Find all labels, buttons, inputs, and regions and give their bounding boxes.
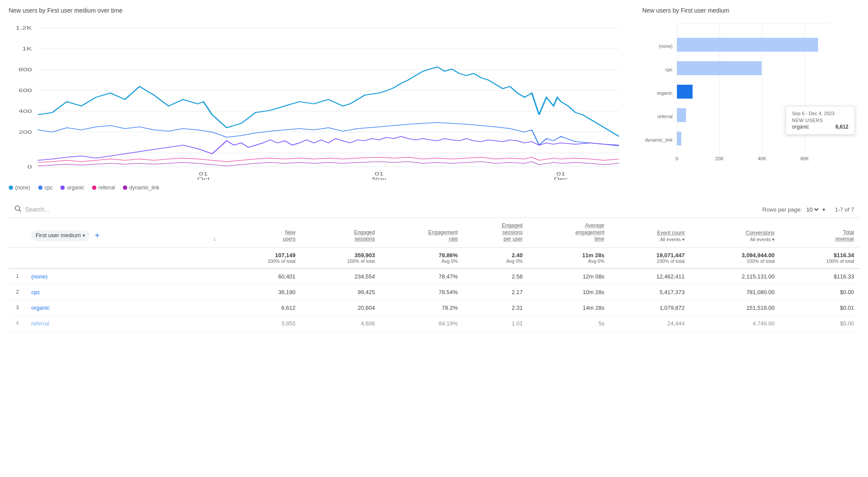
add-dimension-button[interactable]: + [93,231,102,241]
th-conversions-filter[interactable]: All events ▾ [750,236,775,242]
totals-engagement-rate-cell: 78.86% Avg 0% [380,247,463,268]
svg-text:organic: organic [657,90,673,96]
totals-engagement-rate-value: 78.86% [385,252,458,258]
dimension-filter-chip[interactable]: First user medium ▾ [31,230,89,241]
totals-engaged-sessions-per-user-value: 2.40 [468,252,522,258]
bar-referral [677,108,686,122]
table-row: 1 (none) 60,401 234,554 78.47% 2.58 12m … [9,268,859,285]
svg-text:Nov: Nov [372,176,386,180]
page-info: 1-7 of 7 [835,206,854,213]
totals-total-revenue-value: $116.34 [785,252,854,258]
totals-conversions-value: 3,094,944.00 [695,252,775,258]
totals-new-users-cell: 107,149 100% of total [221,247,301,268]
th-engagement-rate-label: Engagementrate [428,229,458,243]
table-row: 3 organic 6,612 20,604 78.2% 2.31 14m 28… [9,300,859,315]
th-new-users[interactable]: Newusers [221,218,301,247]
row-engagement-rate: 78.2% [380,300,463,315]
th-rank [9,218,26,247]
row-new-users: 60,401 [221,268,301,285]
row-conversions: 2,115,131.00 [690,268,780,285]
bar-chart-svg: 0 20K 40K 60K (none) cpc organic referra… [642,19,842,167]
row-engagement-rate: 78.54% [380,284,463,300]
row-empty [193,300,221,315]
bar-cpc [677,61,762,75]
line-chart-container: 1.2K 1K 800 600 400 200 0 01 Oct 01 Nov … [9,19,634,191]
totals-rank-cell [9,247,26,268]
main-container: New users by First user medium over time… [0,0,868,338]
tooltip-key: organic [792,124,809,130]
th-engaged-sessions-per-user[interactable]: Engagedsessionsper user [463,218,528,247]
totals-engaged-sessions-value: 359,903 [306,252,375,258]
totals-conversions-cell: 3,094,944.00 100% of total [690,247,780,268]
svg-text:Oct: Oct [197,176,210,180]
svg-text:1.2K: 1.2K [16,25,32,30]
table-row: 2 cpc 36,190 99,425 78.54% 2.17 10m 28s … [9,284,859,300]
totals-new-users-sub: 100% of total [227,258,296,264]
totals-total-revenue-sub: 100% of total [785,258,854,264]
th-engaged-sessions-per-user-label: Engagedsessionsper user [502,222,523,243]
legend-organic: organic [60,185,84,191]
search-input[interactable] [25,206,762,213]
table-header-row: First user medium ▾ + ↓ Newusers [9,218,859,247]
totals-engagement-rate-sub: Avg 0% [385,258,458,264]
row-new-users: 3,855 [221,315,301,331]
svg-text:1K: 1K [22,46,32,51]
totals-event-count-sub: 100% of total [615,258,685,264]
th-event-count-filter[interactable]: All events ▾ [660,236,685,242]
svg-text:dynamic_link: dynamic_link [645,137,673,142]
svg-line-36 [19,210,21,212]
legend-cpc: cpc [38,185,53,191]
svg-text:0: 0 [676,156,678,161]
totals-new-users-value: 107,149 [227,252,296,258]
legend-none: (none) [9,185,30,191]
th-engaged-sessions[interactable]: Engagedsessions [300,218,380,247]
th-event-count-label: Event count [657,230,684,237]
th-sort-arrow: ↓ [193,218,221,247]
line-chart-panel: New users by First user medium over time… [9,7,634,191]
tooltip-date: Sep 6 - Dec 4, 2023 [792,111,848,116]
row-engaged-sessions: 234,554 [300,268,380,285]
svg-text:40K: 40K [758,156,766,161]
row-rank: 2 [9,284,26,300]
row-empty [193,268,221,285]
row-engaged-sessions: 99,425 [300,284,380,300]
row-engaged-sessions-per-user: 2.31 [463,300,528,315]
row-rank: 1 [9,268,26,285]
row-avg-engagement-time: 14m 28s [528,300,610,315]
th-total-revenue[interactable]: Totalrevenue [780,218,859,247]
row-event-count: 1,079,872 [610,300,690,315]
row-rank: 3 [9,300,26,315]
rows-per-page-select[interactable]: 10 25 50 [805,206,820,213]
bar-none [677,38,818,52]
row-conversions: 781,080.00 [690,284,780,300]
row-conversions: 4,746.00 [690,315,780,331]
th-conversions[interactable]: Conversions All events ▾ [690,218,780,247]
dimension-label: First user medium [36,232,81,239]
totals-avg-engagement-time-cell: 11m 28s Avg 0% [528,247,610,268]
legend-dot-none [9,186,13,190]
row-dimension[interactable]: cpc [26,284,193,300]
row-engaged-sessions-per-user: 1.01 [463,315,528,331]
row-dimension[interactable]: referral [26,315,193,331]
th-engagement-rate[interactable]: Engagementrate [380,218,463,247]
legend-dynamic-link: dynamic_link [123,185,159,191]
row-avg-engagement-time: 5s [528,315,610,331]
bar-dynamic-link [677,132,681,146]
line-chart-svg: 1.2K 1K 800 600 400 200 0 01 Oct 01 Nov … [9,19,634,180]
th-conversions-label: Conversions [746,230,775,237]
th-event-count[interactable]: Event count All events ▾ [610,218,690,247]
svg-text:800: 800 [19,67,32,72]
row-dimension[interactable]: (none) [26,268,193,285]
legend-label-none: (none) [15,185,30,191]
totals-engaged-sessions-cell: 359,903 100% of total [300,247,380,268]
legend-dot-organic [60,186,65,190]
row-engaged-sessions: 20,604 [300,300,380,315]
table-section: Rows per page: 10 25 50 ▾ 1-7 of 7 [9,201,859,331]
row-dimension[interactable]: organic [26,300,193,315]
legend-dot-referral [92,186,96,190]
th-avg-engagement-time[interactable]: Averageengagementtime [528,218,610,247]
bar-organic [677,85,693,99]
tooltip-value-row: organic 6,612 [792,124,848,130]
totals-total-revenue-cell: $116.34 100% of total [780,247,859,268]
row-event-count: 24,444 [610,315,690,331]
